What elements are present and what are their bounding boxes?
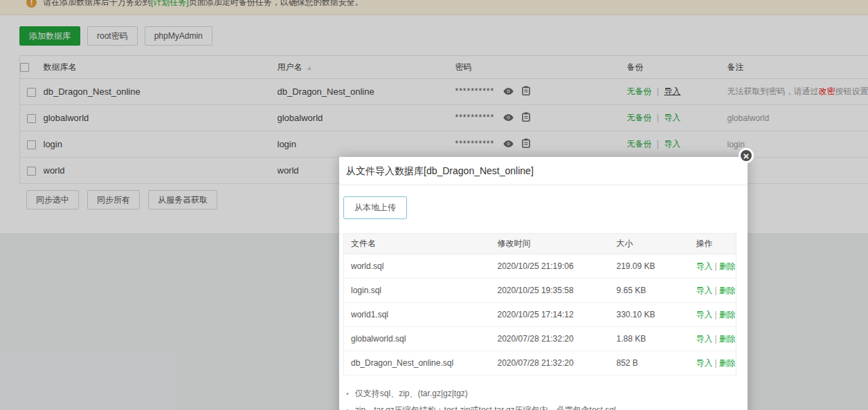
file-size: 1.88 KB (610, 327, 689, 351)
modal-title: 从文件导入数据库[db_Dragon_Nest_online] (339, 157, 748, 185)
file-table-row: world.sql 2020/10/25 21:19:06 219.09 KB … (344, 254, 736, 279)
file-action-cell: 导入|删除 (689, 279, 736, 303)
file-delete-link[interactable]: 删除 (719, 358, 736, 368)
file-size: 852 B (610, 351, 689, 375)
file-action-cell: 导入|删除 (689, 303, 736, 327)
file-import-link[interactable]: 导入 (696, 261, 713, 271)
file-table-row: world1.sql 2020/10/25 17:14:12 330.10 KB… (344, 303, 736, 327)
upload-from-local-button[interactable]: 从本地上传 (343, 196, 407, 219)
file-name: login.sql (344, 279, 491, 303)
modal-body: 从本地上传 文件名 修改时间 大小 操作 world.sql 2020/10/2… (339, 185, 748, 410)
header-file-mtime: 修改时间 (491, 234, 610, 254)
file-delete-link[interactable]: 删除 (719, 310, 736, 319)
import-database-modal: × 从文件导入数据库[db_Dragon_Nest_online] 从本地上传 … (339, 157, 748, 410)
file-table-row: globalworld.sql 2020/07/28 21:32:20 1.88… (344, 327, 736, 351)
file-size: 9.65 KB (610, 279, 689, 303)
file-mtime: 2020/07/28 21:32:20 (491, 351, 610, 375)
modal-note-item: zip、tar.gz压缩包结构：test.zip或test.tar.gz压缩包内… (346, 402, 743, 410)
file-table-row: db_Dragon_Nest_online.sql 2020/07/28 21:… (344, 351, 736, 375)
file-table-header-row: 文件名 修改时间 大小 操作 (344, 234, 736, 254)
close-icon[interactable]: × (739, 148, 754, 163)
modal-notes: 仅支持sql、zip、(tar.gz|gz|tgz) zip、tar.gz压缩包… (343, 385, 743, 410)
header-file-name: 文件名 (344, 234, 491, 254)
file-delete-link[interactable]: 删除 (719, 261, 736, 271)
file-name: globalworld.sql (344, 327, 491, 351)
file-name: world.sql (344, 254, 491, 279)
file-name: world1.sql (344, 303, 491, 327)
header-file-size: 大小 (610, 234, 689, 254)
file-action-cell: 导入|删除 (689, 254, 736, 279)
file-import-link[interactable]: 导入 (696, 310, 713, 319)
file-action-cell: 导入|删除 (689, 351, 736, 375)
file-delete-link[interactable]: 删除 (719, 334, 736, 344)
file-name: db_Dragon_Nest_online.sql (344, 351, 491, 375)
header-file-action: 操作 (689, 234, 736, 254)
file-table-row: login.sql 2020/10/25 19:35:58 9.65 KB 导入… (344, 279, 736, 303)
file-table: 文件名 修改时间 大小 操作 world.sql 2020/10/25 21:1… (343, 233, 736, 375)
file-import-link[interactable]: 导入 (696, 286, 713, 295)
modal-note-item: 仅支持sql、zip、(tar.gz|gz|tgz) (346, 385, 743, 402)
file-mtime: 2020/10/25 19:35:58 (491, 279, 610, 303)
file-import-link[interactable]: 导入 (696, 358, 713, 368)
file-action-cell: 导入|删除 (689, 327, 736, 351)
file-delete-link[interactable]: 删除 (719, 286, 736, 295)
file-mtime: 2020/07/28 21:32:20 (491, 327, 610, 351)
file-mtime: 2020/10/25 21:19:06 (491, 254, 610, 279)
file-mtime: 2020/10/25 17:14:12 (491, 303, 610, 327)
file-size: 330.10 KB (610, 303, 689, 327)
file-import-link[interactable]: 导入 (696, 334, 713, 344)
file-size: 219.09 KB (610, 254, 689, 279)
